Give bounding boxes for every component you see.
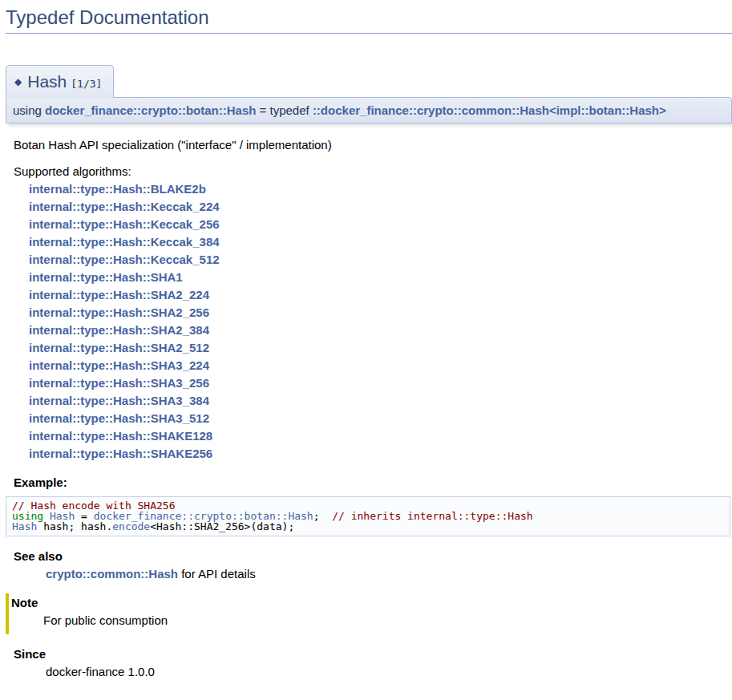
algorithm-link-sha3-512[interactable]: internal::type::Hash::SHA3_512 — [14, 410, 724, 427]
note-label: Note — [11, 596, 724, 609]
code-plain-text: hash; hash. — [37, 520, 112, 532]
code-hash-link[interactable]: Hash — [12, 520, 37, 532]
algorithm-link-sha2-512[interactable]: internal::type::Hash::SHA2_512 — [14, 339, 724, 357]
supported-algorithms-block: Supported algorithms: internal::type::Ha… — [14, 163, 724, 463]
code-line-3: Hash hash; hash.encode<Hash::SHA2_256>(d… — [12, 521, 724, 532]
since-section: Since docker-finance 1.0.0 — [14, 647, 724, 678]
code-fragment: // Hash encode with SHA256using Hash = d… — [6, 496, 730, 536]
algorithms-label: Supported algorithms: — [14, 163, 724, 180]
see-also-content: crypto::common::Hash for API details — [46, 567, 724, 581]
see-also-text: for API details — [178, 567, 256, 581]
permalink-diamond-icon[interactable]: ◆ — [14, 76, 22, 87]
algorithm-link-sha3-384[interactable]: internal::type::Hash::SHA3_384 — [14, 392, 724, 410]
proto-typedef-name-link[interactable]: docker_finance::crypto::botan::Hash — [45, 103, 256, 117]
code-encode-link[interactable]: encode — [112, 520, 150, 532]
page-content: Typedef Documentation ◆Hash[1/3] using d… — [0, 5, 732, 700]
algorithms-list: internal::type::Hash::BLAKE2b internal::… — [14, 180, 724, 463]
since-label: Since — [14, 647, 724, 661]
algorithm-link-blake2b[interactable]: internal::type::Hash::BLAKE2b — [14, 180, 724, 198]
algorithm-link-keccak-512[interactable]: internal::type::Hash::Keccak_512 — [14, 251, 724, 269]
algorithm-link-shake128[interactable]: internal::type::Hash::SHAKE128 — [14, 427, 724, 445]
member-tab: ◆Hash[1/3] — [6, 65, 114, 98]
proto-equals-typedef: = typedef — [256, 103, 312, 117]
algorithm-link-sha1[interactable]: internal::type::Hash::SHA1 — [14, 269, 724, 286]
section-title: Typedef Documentation — [6, 5, 732, 34]
proto-target-type-link[interactable]: ::docker_finance::crypto::common::Hash<i… — [313, 103, 666, 117]
see-also-label: See also — [14, 549, 724, 563]
algorithm-link-keccak-384[interactable]: internal::type::Hash::Keccak_384 — [14, 233, 724, 251]
see-also-common-hash-link[interactable]: crypto::common::Hash — [46, 567, 178, 581]
member-overload-badge: [1/3] — [71, 78, 102, 90]
member-prototype: using docker_finance::crypto::botan::Has… — [6, 97, 732, 123]
member-body: using docker_finance::crypto::botan::Has… — [6, 97, 732, 685]
member-title: Hash — [27, 72, 67, 91]
example-section: Example: — [14, 475, 724, 489]
note-section: Note For public consumption — [6, 593, 724, 634]
proto-using-keyword: using — [13, 103, 45, 117]
algorithm-link-sha2-224[interactable]: internal::type::Hash::SHA2_224 — [14, 286, 724, 304]
algorithm-link-keccak-224[interactable]: internal::type::Hash::Keccak_224 — [14, 198, 724, 216]
example-label: Example: — [14, 475, 724, 489]
note-text: For public consumption — [43, 613, 724, 627]
algorithm-link-keccak-256[interactable]: internal::type::Hash::Keccak_256 — [14, 216, 724, 233]
see-also-section: See also crypto::common::Hash for API de… — [14, 549, 724, 581]
member-item-hash: ◆Hash[1/3] using docker_finance::crypto:… — [6, 34, 732, 685]
code-inline-comment: // inherits internal::type::Hash — [332, 510, 532, 522]
algorithm-link-sha3-224[interactable]: internal::type::Hash::SHA3_224 — [14, 357, 724, 374]
algorithm-link-shake256[interactable]: internal::type::Hash::SHAKE256 — [14, 445, 724, 463]
since-text: docker-finance 1.0.0 — [46, 665, 724, 678]
algorithm-link-sha2-256[interactable]: internal::type::Hash::SHA2_256 — [14, 304, 724, 322]
doc-intro-paragraph: Botan Hash API specialization ("interfac… — [14, 138, 724, 152]
code-plain-text: ; — [313, 510, 332, 522]
member-documentation: Botan Hash API specialization ("interfac… — [6, 123, 732, 685]
code-plain-text: <Hash::SHA2_256>(data); — [150, 520, 294, 532]
algorithm-link-sha2-384[interactable]: internal::type::Hash::SHA2_384 — [14, 322, 724, 339]
algorithm-link-sha3-256[interactable]: internal::type::Hash::SHA3_256 — [14, 374, 724, 392]
